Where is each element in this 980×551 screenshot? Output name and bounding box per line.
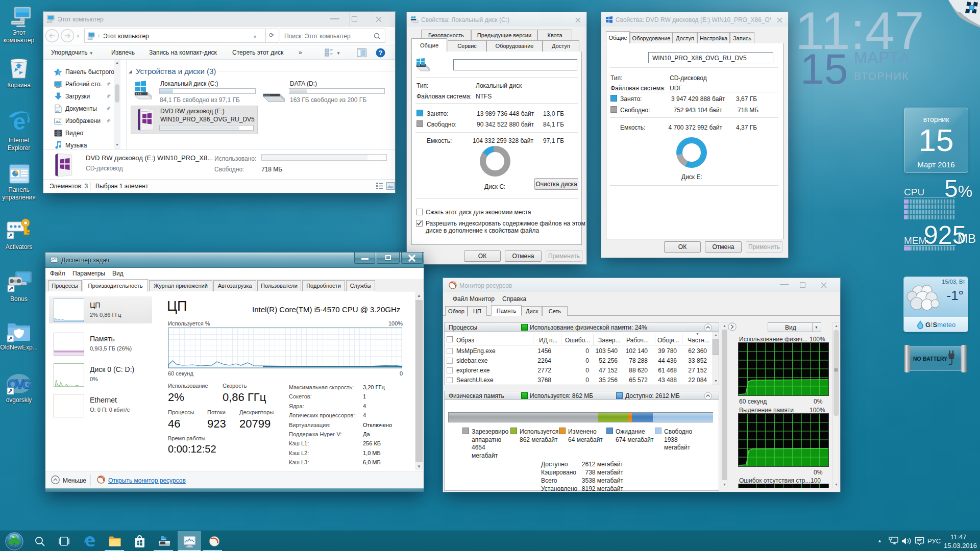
svg-text:Windows 10: Windows 10 <box>141 111 151 113</box>
svg-text:?: ? <box>379 49 383 57</box>
